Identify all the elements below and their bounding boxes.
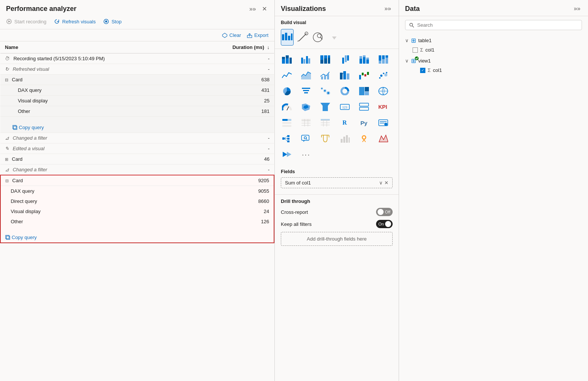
perf-expand-button[interactable]: »»: [248, 5, 257, 13]
perf-toolbar: Start recording Refresh visuals Stop: [6, 17, 268, 26]
svg-line-58: [343, 73, 343, 74]
viz-100-stacked-column-button[interactable]: [376, 52, 391, 67]
data-expand-button[interactable]: »»: [572, 5, 582, 13]
table1-label: table1: [418, 38, 431, 43]
table1-col1-sigma-icon: Σ: [420, 47, 423, 53]
viz-table-button[interactable]: [299, 115, 314, 130]
col-name-header: Name: [0, 41, 193, 53]
view1-col1-sigma-icon: Σ: [428, 67, 431, 73]
viz-clustered-bar-button[interactable]: [299, 52, 314, 67]
viz-map2-button[interactable]: [299, 99, 314, 114]
tree-item-view1[interactable]: ∨ ⊞ view1: [405, 56, 582, 66]
viz-type-analytics-button[interactable]: [312, 29, 324, 46]
row-name-cell: Visual display: [0, 206, 193, 216]
row-name-cell: DAX query: [0, 85, 193, 96]
viz-shape-button[interactable]: [376, 131, 391, 146]
viz-slicer-button[interactable]: [279, 115, 294, 130]
copy-query-button2[interactable]: Copy query: [5, 235, 37, 240]
viz-kpi-button[interactable]: KPI: [376, 99, 391, 114]
view1-col1-checkbox[interactable]: [420, 68, 425, 73]
svg-marker-136: [283, 152, 287, 157]
svg-marker-137: [287, 152, 291, 157]
keep-all-filters-row: Keep all filters On: [281, 220, 393, 228]
table-row: Copy query: [0, 117, 274, 133]
stop-button[interactable]: Stop: [103, 17, 122, 26]
tree-item-view1-col1[interactable]: Σ col1: [405, 66, 582, 75]
viz-funnel-button[interactable]: [318, 99, 333, 114]
field-pill-chevron-button[interactable]: ∨: [379, 180, 383, 186]
tree-item-table1-col1[interactable]: Σ col1: [405, 46, 582, 54]
export-button[interactable]: Export: [247, 32, 268, 38]
cross-report-toggle[interactable]: Off: [376, 208, 393, 216]
perf-title-row: Performance analyzer »» ✕: [6, 5, 268, 13]
viz-bar-custom-button[interactable]: [337, 131, 352, 146]
drill-through-section: Drill through Cross-report Off Keep all …: [275, 194, 399, 250]
viz-filter-panel-button[interactable]: [299, 84, 314, 99]
data-panel: Data »» ∨ ⊞ table1 Σ col1 ∨ ⊞: [399, 0, 588, 381]
viz-stacked-bar-button[interactable]: [279, 52, 294, 67]
refresh-visuals-button[interactable]: Refresh visuals: [54, 17, 96, 26]
viz-map3-button[interactable]: [356, 131, 372, 146]
tree-item-table1[interactable]: ∨ ⊞ table1: [405, 35, 582, 46]
table1-col1-checkbox[interactable]: [413, 47, 418, 53]
viz-more-button[interactable]: ···: [299, 147, 314, 162]
row-name-cell: ↻ Refreshed visual: [0, 64, 193, 75]
row-duration-cell: 431: [193, 85, 274, 96]
viz-100-stacked-bar-button[interactable]: [318, 52, 333, 67]
row-duration-cell: -: [193, 165, 274, 175]
viz-decomp-button[interactable]: [279, 131, 294, 146]
viz-map-button[interactable]: [376, 84, 391, 99]
viz-scatter-button[interactable]: [376, 68, 391, 83]
svg-rect-40: [360, 56, 362, 59]
viz-card-button[interactable]: 123: [337, 99, 352, 114]
viz-type-format-button[interactable]: [297, 29, 309, 46]
search-box[interactable]: [405, 20, 582, 30]
data-panel-title: Data: [405, 5, 420, 13]
viz-forward-button[interactable]: [279, 147, 294, 162]
svg-rect-11: [282, 34, 284, 40]
table-row: Direct query 8660: [0, 196, 274, 206]
viz-stacked-column-button[interactable]: [356, 52, 372, 67]
viz-expand-button[interactable]: »»: [383, 5, 393, 13]
viz-multirow-card-button[interactable]: [356, 99, 372, 114]
clear-button[interactable]: Clear: [222, 32, 241, 38]
viz-smart-narr-button[interactable]: [376, 115, 391, 130]
viz-line-button[interactable]: [279, 68, 294, 83]
viz-r-visual-button[interactable]: R: [337, 115, 352, 130]
viz-treemap-button[interactable]: [356, 84, 372, 99]
viz-waterfall-button[interactable]: [356, 68, 372, 83]
drill-through-label: Drill through: [281, 198, 393, 204]
viz-type-build-button[interactable]: [281, 29, 294, 46]
viz-clustered-column-button[interactable]: [337, 52, 352, 67]
viz-qna-button[interactable]: [299, 131, 314, 146]
viz-donut-button[interactable]: [337, 84, 352, 99]
refresh-visuals-icon: [54, 18, 60, 24]
view1-icon: ⊞: [411, 57, 416, 64]
svg-line-117: [285, 136, 287, 139]
table-row: Visual display 24: [0, 206, 274, 216]
viz-trophy-button[interactable]: [318, 131, 333, 146]
collapse-icon[interactable]: ⊟: [5, 78, 8, 82]
search-input[interactable]: [417, 22, 578, 28]
viz-ribbon-button[interactable]: [337, 68, 352, 83]
perf-close-button[interactable]: ✕: [260, 5, 268, 13]
collapse-icon2[interactable]: ⊟: [5, 178, 9, 183]
expand-icon[interactable]: ⊞: [5, 157, 8, 162]
viz-matrix-button[interactable]: [318, 115, 333, 130]
viz-dotplot-button[interactable]: [318, 84, 333, 99]
field-pill-remove-button[interactable]: ✕: [384, 180, 388, 186]
viz-py-visual-button[interactable]: Py: [356, 115, 372, 130]
start-recording-button[interactable]: Start recording: [6, 17, 46, 26]
viz-gauge-button[interactable]: [279, 99, 294, 114]
viz-pie-button[interactable]: [279, 84, 294, 99]
field-pill-label: Sum of col1: [285, 180, 311, 186]
row-duration-cell: 8660: [193, 196, 274, 206]
copy-query-button[interactable]: Copy query: [12, 125, 44, 130]
svg-rect-129: [343, 137, 345, 143]
cross-report-toggle-label: Off: [385, 210, 390, 214]
keep-all-filters-toggle[interactable]: On: [376, 220, 393, 228]
viz-area-button[interactable]: [299, 68, 314, 83]
keep-all-filters-toggle-label: On: [378, 222, 384, 226]
viz-line-clustered-button[interactable]: [318, 68, 333, 83]
svg-marker-51: [301, 72, 311, 79]
